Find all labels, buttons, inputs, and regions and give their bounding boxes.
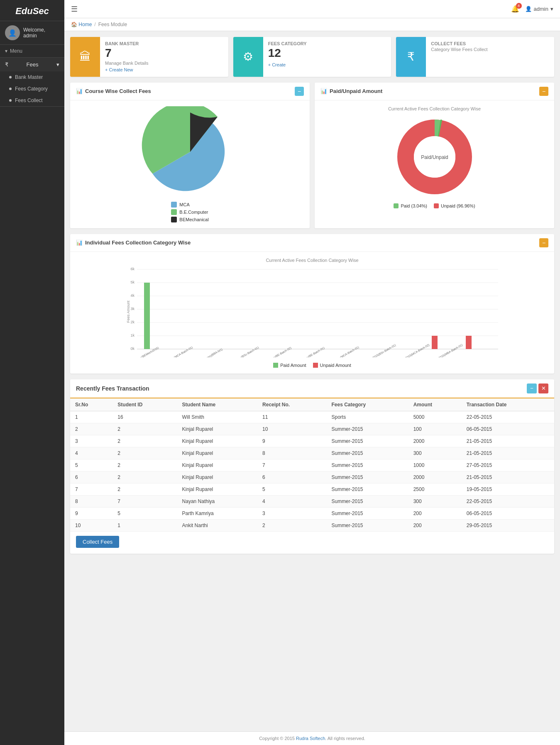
paid-amount-legend: Paid Amount xyxy=(273,363,306,368)
fees-category-value: 12 xyxy=(268,47,386,60)
unpaid-amount-legend-label: Unpaid Amount xyxy=(320,363,351,368)
course-chart-minimize-button[interactable]: − xyxy=(295,87,304,96)
table-cell-receipt: 3 xyxy=(257,507,326,519)
breadcrumb-separator: / xyxy=(94,22,95,27)
donut-legend: Paid (3.04%) Unpaid (96.96%) xyxy=(394,203,475,208)
y-label-2k: 2k xyxy=(130,320,134,324)
table-cell-date: 21-05-2015 xyxy=(462,435,554,447)
content-area: 🏛 BANK MASTER 7 Manage Bank Details + Cr… xyxy=(64,31,560,731)
table-cell-student_id: 16 xyxy=(112,411,177,423)
table-minimize-button[interactable]: − xyxy=(527,383,537,393)
table-cell-date: 19-05-2015 xyxy=(462,483,554,495)
table-row: 52Kinjal Ruparel7Summer-2015100027-05-20… xyxy=(70,459,554,471)
admin-menu[interactable]: 👤 admin ▾ xyxy=(525,6,553,12)
table-cell-sr: 5 xyxy=(70,459,112,471)
chevron-icon: ▾ xyxy=(56,61,59,68)
table-cell-category: Summer-2015 xyxy=(326,471,408,483)
y-axis-label: Fees Amount xyxy=(126,300,130,323)
collect-fees-button[interactable]: Collect Fees xyxy=(76,536,119,548)
table-cell-sr: 2 xyxy=(70,423,112,435)
paid-legend-color xyxy=(394,203,399,208)
sidebar-fees-title[interactable]: ₹ Fees ▾ xyxy=(0,58,64,71)
table-cell-date: 06-05-2015 xyxy=(462,423,554,435)
donut-chart-svg: Paid/Unpaid xyxy=(393,115,476,198)
table-cell-name: Kinjal Ruparel xyxy=(177,435,258,447)
table-cell-amount: 2000 xyxy=(408,471,462,483)
donut-chart-title: 📊 Paid/Unpaid Amount xyxy=(320,88,382,94)
dot-icon xyxy=(9,76,12,78)
legend-be-mechanical: BEMechanical xyxy=(171,217,208,222)
table-cell-amount: 1000 xyxy=(408,459,462,471)
bank-master-create-link[interactable]: + Create New xyxy=(105,67,133,72)
donut-chart-card: 📊 Paid/Unpaid Amount − Current Active Fe… xyxy=(315,83,554,228)
y-label-3k: 3k xyxy=(130,307,134,311)
fees-category-create-link[interactable]: + Create xyxy=(268,62,286,67)
sidebar-item-label: Fees Category xyxy=(15,86,48,92)
hamburger-icon[interactable]: ☰ xyxy=(71,5,78,14)
main-content: ☰ 🔔 8 👤 admin ▾ 🏠 Home / Fees Module 🏛 xyxy=(64,0,560,745)
table-cell-receipt: 7 xyxy=(257,459,326,471)
table-cell-student_id: 2 xyxy=(112,447,177,459)
table-row: 32Kinjal Ruparel9Summer-2015200021-05-20… xyxy=(70,435,554,447)
table-cell-student_id: 1 xyxy=(112,519,177,531)
table-cell-receipt: 5 xyxy=(257,483,326,495)
collect-fees-icon: ₹ xyxy=(396,37,426,77)
col-fees-category: Fees Category xyxy=(326,398,408,411)
table-cell-sr: 9 xyxy=(70,507,112,519)
x-label-6: Library(MCA-Batch-01) xyxy=(332,346,359,357)
table-row: 95Parth Kamriya3Summer-201520006-05-2015 xyxy=(70,507,554,519)
bar-subtitle: Current Active Fees Collection Category … xyxy=(76,258,548,263)
table-cell-category: Summer-2015 xyxy=(326,483,408,495)
table-cell-name: Ankit Narthi xyxy=(177,519,258,531)
be-mechanical-color xyxy=(171,217,177,222)
table-cell-date: 29-05-2015 xyxy=(462,519,554,531)
sidebar-item-fees-category[interactable]: Fees Category xyxy=(0,83,64,95)
table-cell-name: Parth Kamriya xyxy=(177,507,258,519)
table-cell-category: Summer-2015 xyxy=(326,519,408,531)
table-close-button[interactable]: ✕ xyxy=(538,383,548,393)
breadcrumb-home[interactable]: 🏠 Home xyxy=(71,22,92,27)
dot-icon xyxy=(9,99,12,102)
col-amount: Amount xyxy=(408,398,462,411)
table-row: 72Kinjal Ruparel5Summer-2015250019-05-20… xyxy=(70,483,554,495)
y-label-5k: 5k xyxy=(130,280,134,284)
table-cell-sr: 1 xyxy=(70,411,112,423)
unpaid-legend-color xyxy=(434,203,439,208)
menu-label: Menu xyxy=(10,48,22,54)
table-cell-receipt: 10 xyxy=(257,423,326,435)
sidebar-menu-header[interactable]: ▾ Menu xyxy=(0,45,64,58)
fees-category-card: ⚙ FEES CATEGORY 12 + Create xyxy=(233,37,391,77)
table-title: Recently Fees Transaction xyxy=(76,385,149,392)
bar-unpaid-9 xyxy=(466,336,472,349)
table-cell-amount: 100 xyxy=(408,423,462,435)
unpaid-legend-item: Unpaid (96.96%) xyxy=(434,203,475,208)
bar-chart-minimize-button[interactable]: − xyxy=(539,238,548,247)
donut-chart-minimize-button[interactable]: − xyxy=(539,87,548,96)
be-mechanical-label: BEMechanical xyxy=(179,217,208,222)
table-header: Recently Fees Transaction − ✕ xyxy=(70,379,554,398)
bar-chart-svg: 6k 5k 4k 3k 2k 1k 0k Fees Amount xyxy=(76,266,548,357)
sidebar-item-fees-collect[interactable]: Fees Collect xyxy=(0,95,64,106)
paid-legend-item: Paid (3.04%) xyxy=(394,203,427,208)
table-cell-date: 21-05-2015 xyxy=(462,447,554,459)
rupee-icon: ₹ xyxy=(5,61,8,68)
footer-company-link[interactable]: Rudra Softech xyxy=(296,736,325,741)
course-chart-body: MCA B.E.Computer BEMechanical xyxy=(70,100,310,228)
topbar-right: 🔔 8 👤 admin ▾ xyxy=(511,5,553,13)
mca-label: MCA xyxy=(179,202,189,207)
notifications-button[interactable]: 🔔 8 xyxy=(511,5,519,13)
topbar-left: ☰ xyxy=(71,5,78,14)
table-cell-category: Summer-2015 xyxy=(326,495,408,507)
x-label-5: Library(BE-Batch-01) xyxy=(300,346,325,357)
course-chart-card: 📊 Course Wise Collect Fees − xyxy=(70,83,310,228)
table-row: 22Kinjal Ruparel10Summer-201510006-05-20… xyxy=(70,423,554,435)
table-cell-date: 06-05-2015 xyxy=(462,507,554,519)
table-cell-amount: 200 xyxy=(408,519,462,531)
sidebar-fees-section: ₹ Fees ▾ Bank Master Fees Category Fees … xyxy=(0,58,64,107)
chart-row: 📊 Course Wise Collect Fees − xyxy=(70,83,554,228)
paid-amount-legend-color xyxy=(273,363,278,368)
donut-center-label: Paid/Unpaid xyxy=(421,154,448,160)
table-cell-student_id: 7 xyxy=(112,495,177,507)
sidebar-item-bank-master[interactable]: Bank Master xyxy=(0,71,64,83)
paid-legend-label: Paid (3.04%) xyxy=(401,203,427,208)
